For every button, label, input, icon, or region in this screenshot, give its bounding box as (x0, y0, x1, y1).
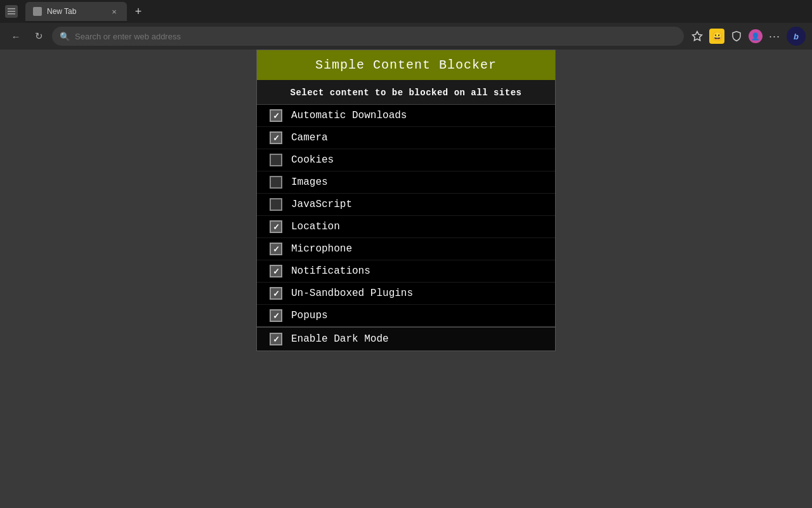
dark-mode-checkbox[interactable] (270, 333, 282, 345)
item-label: Camera (291, 132, 328, 144)
checkbox-microphone[interactable] (270, 243, 282, 255)
popup-item: Notifications (257, 260, 555, 283)
popup-item: Microphone (257, 238, 555, 260)
svg-rect-2 (8, 13, 15, 15)
checkbox-un-sandboxed-plugins[interactable] (270, 287, 282, 300)
profile-button[interactable]: 👤 (749, 29, 763, 43)
toolbar-actions: 😀 👤 ··· b (688, 27, 806, 46)
shield-button[interactable] (727, 27, 746, 46)
tab-title: New Tab (47, 7, 104, 16)
item-label: Location (291, 221, 340, 232)
menu-button[interactable]: ··· (765, 27, 784, 46)
svg-rect-0 (8, 8, 15, 10)
dark-mode-label: Enable Dark Mode (291, 333, 389, 345)
popup-item: Camera (257, 127, 555, 149)
popup-title: Simple Content Blocker (315, 58, 497, 72)
bing-button[interactable]: b (787, 27, 806, 46)
address-input[interactable] (75, 32, 676, 41)
svg-marker-3 (693, 32, 702, 41)
tab-favicon (33, 7, 42, 16)
page-content: Simple Content Blocker Select content to… (0, 50, 812, 508)
popup-item: Un-Sandboxed Plugins (257, 283, 555, 305)
svg-rect-1 (8, 11, 15, 12)
item-label: Automatic Downloads (291, 110, 407, 121)
extension-icon-yellow[interactable]: 😀 (709, 29, 724, 44)
checkbox-images[interactable] (270, 176, 282, 189)
popup-item: Automatic Downloads (257, 105, 555, 127)
item-label: Un-Sandboxed Plugins (291, 288, 413, 299)
sidebar-toggle-btn[interactable] (5, 5, 18, 18)
browser-chrome: New Tab × + ← ↻ 🔍 😀 (0, 0, 812, 50)
address-bar[interactable]: 🔍 (52, 27, 684, 46)
bing-label: b (794, 32, 799, 41)
tab-bar: New Tab × + (0, 0, 812, 23)
checkbox-automatic-downloads[interactable] (270, 109, 282, 122)
extensions-button[interactable] (688, 27, 707, 46)
tab-close-btn[interactable]: × (109, 6, 119, 17)
item-label: Notifications (291, 265, 370, 277)
active-tab[interactable]: New Tab × (25, 2, 127, 21)
back-button[interactable]: ← (6, 27, 25, 46)
popup-item: Location (257, 216, 555, 238)
item-label: Popups (291, 310, 328, 321)
popup-header: Simple Content Blocker (257, 50, 555, 80)
popup-item: Popups (257, 305, 555, 326)
checkbox-popups[interactable] (270, 309, 282, 322)
checkbox-location[interactable] (270, 220, 282, 233)
item-label: Cookies (291, 154, 334, 166)
reload-button[interactable]: ↻ (29, 27, 48, 46)
new-tab-button[interactable]: + (129, 3, 147, 20)
checkbox-camera[interactable] (270, 131, 282, 144)
item-label: JavaScript (291, 199, 352, 210)
popup-subtitle-text: Select content to be blocked on all site… (291, 88, 522, 98)
extension-popup: Simple Content Blocker Select content to… (256, 50, 556, 351)
popup-subtitle: Select content to be blocked on all site… (257, 80, 555, 105)
checkbox-notifications[interactable] (270, 265, 282, 277)
popup-item: Cookies (257, 149, 555, 171)
item-label: Microphone (291, 243, 352, 255)
popup-items: Automatic DownloadsCameraCookiesImagesJa… (257, 105, 555, 326)
item-label: Images (291, 177, 328, 188)
popup-item: JavaScript (257, 194, 555, 216)
tab-controls (5, 5, 18, 18)
checkbox-cookies[interactable] (270, 154, 282, 166)
popup-item: Images (257, 171, 555, 194)
toolbar: ← ↻ 🔍 😀 👤 ··· (0, 23, 812, 50)
popup-footer: Enable Dark Mode (257, 326, 555, 351)
search-icon: 🔍 (60, 32, 70, 41)
checkbox-javascript[interactable] (270, 198, 282, 211)
